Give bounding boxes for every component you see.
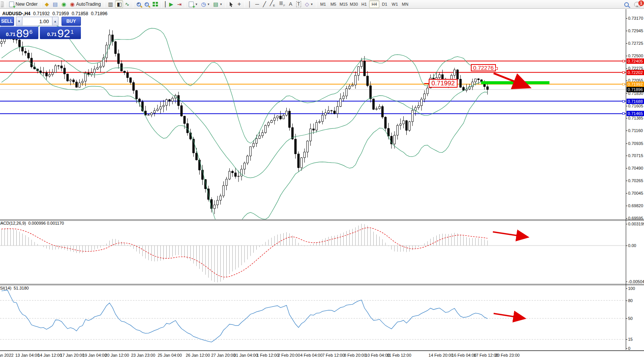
volume-decrease-button[interactable]: ▼ [16,17,22,26]
toolbar-separator [133,1,133,8]
sell-price-display[interactable]: 0.71896 [0,27,38,39]
label-icon: T [296,1,301,7]
market-watch-button[interactable]: ◆ [43,0,51,8]
tile-windows-button[interactable] [151,0,160,8]
chart-shift-button[interactable]: ⇥ [175,0,183,8]
rsi-tick-label: 80 [628,298,633,303]
timeframe-m15[interactable]: M15 [338,0,349,8]
auto-scroll-icon: ▏▶ [165,2,174,7]
trendline-tool[interactable]: ╱ [261,0,268,8]
buy-price-sup: 1 [71,28,74,35]
cursor-icon [229,2,234,7]
new-order-button[interactable]: + New Order [7,0,39,8]
volume-input[interactable]: 1.00 [22,17,52,26]
timeframe-h4[interactable]: H4 [369,0,379,8]
date-label: 14 Feb 20:00 [429,353,453,357]
date-label: 11 Feb 12:00 [387,353,411,357]
price-tick [626,168,627,168]
toolbar-separator [225,1,226,8]
volume-increase-button[interactable]: ▲ [52,17,58,26]
buy-price-big: 92 [57,28,70,38]
pane-separator[interactable] [0,284,644,285]
sell-button[interactable]: SELL [0,17,14,26]
rsi-tick [626,301,627,301]
price-annotation-high[interactable]: 0.72276 [471,64,496,71]
buy-button[interactable]: BUY [62,17,81,26]
signals-button[interactable]: ◉ [60,0,68,8]
shapes-tool[interactable]: ◇ ▾ [303,0,314,8]
crosshair-tool-button[interactable]: + [235,0,243,8]
macd-tick-label: 0.003199 [628,222,644,226]
time-axis[interactable]: Jan 202213 Jan 04:0014 Jan 12:0017 Jan 2… [0,350,644,359]
price-tick [626,80,627,81]
label-tool[interactable]: T [294,0,303,8]
price-tick [626,118,627,118]
periods-clock-icon: ◷ [201,2,206,7]
mt4-window: + New Order ◆ ▤ ◉ ◉ AutoTrading ▥ ▮▯ ∿ +… [0,0,644,359]
one-click-trading-panel: SELL ▼ 1.00 ▲ BUY 0.71896 0.71921 [0,17,81,39]
cursor-tool-button[interactable] [227,0,235,8]
chart-canvas[interactable] [0,0,644,359]
price-tick [626,131,627,131]
bar-chart-button[interactable]: ▥ [106,0,115,8]
price-marker-label: 0.71688 [627,99,644,104]
date-label: 2 Feb 20:00 [278,353,300,357]
price-tick-label: 0.72945 [628,28,643,33]
channel-tool[interactable]: ╱E [268,0,277,8]
timeframe-mn[interactable]: MN [400,0,410,8]
pane-separator[interactable] [0,219,644,221]
date-label: 13 Jan 04:00 [15,353,39,357]
search-icon[interactable] [624,2,629,7]
price-tick [626,106,627,106]
price-tick [626,18,627,19]
autotrading-button[interactable]: ◉ AutoTrading [68,0,103,8]
chart-shift-icon: ⇥ [177,2,182,7]
fibonacci-tool[interactable]: ≣F [277,0,287,8]
date-label: 20 Jan 12:00 [105,353,129,357]
price-axis-line [626,9,626,350]
horizontal-line-tool[interactable]: ─ [253,0,261,8]
date-label: 14 Jan 12:00 [38,353,62,357]
text-tool[interactable]: A [287,0,294,8]
price-tick [626,68,627,69]
periods-button[interactable]: ◷ ▾ [199,0,212,8]
market-watch-icon: ◆ [45,2,49,7]
macd-tick-label: -0.005049 [628,279,644,284]
timeframe-m5[interactable]: M5 [328,0,338,8]
macd-value1: 0.000996 [28,221,46,225]
timeframe-h1[interactable]: H1 [359,0,369,8]
timeframe-w1[interactable]: W1 [390,0,400,8]
equidistant-channel-icon: ╱E [270,0,275,8]
notifications-icon[interactable]: 1 [634,2,642,7]
data-window-button[interactable]: ▤ [51,0,60,8]
price-tick-label: 0.69595 [628,216,643,220]
buy-price-prefix: 0.71 [47,31,57,37]
auto-scroll-button[interactable]: ▏▶ [163,0,175,8]
line-anchor-square [622,71,625,74]
timeframe-m1[interactable]: M1 [318,0,328,8]
line-chart-button[interactable]: ∿ [123,0,131,8]
price-tick [626,181,627,181]
timeframe-m30[interactable]: M30 [349,0,359,8]
indicators-icon: + [189,2,194,7]
macd-value2: 0.001170 [47,221,64,225]
zoom-out-button[interactable]: − [143,0,151,8]
candlestick-chart-button[interactable]: ▮▯ [115,0,123,8]
horizontal-line-icon: ─ [255,2,259,7]
rsi-tick-label: 100 [628,286,635,291]
chart-header: AUDUSD-,H4 0.71932 0.71959 0.71858 0.718… [2,11,109,16]
timeframe-d1[interactable]: D1 [379,0,390,8]
date-label: 16 Feb 04:00 [452,353,477,357]
zoom-in-button[interactable]: + [135,0,143,8]
line-chart-icon: ∿ [125,2,129,7]
autotrading-label: AutoTrading [76,2,101,7]
indicators-button[interactable]: + ▾ [187,0,199,8]
price-tick [626,43,627,44]
macd-tick [626,224,627,224]
templates-button[interactable]: ▤ ▾ [211,0,224,8]
buy-price-display[interactable]: 0.71921 [40,27,81,39]
sell-price-sup: 6 [29,28,32,35]
vertical-line-tool[interactable]: │ [246,0,254,8]
rsi-tick [626,348,627,349]
price-annotation-support[interactable]: 0.71992 [429,79,458,88]
